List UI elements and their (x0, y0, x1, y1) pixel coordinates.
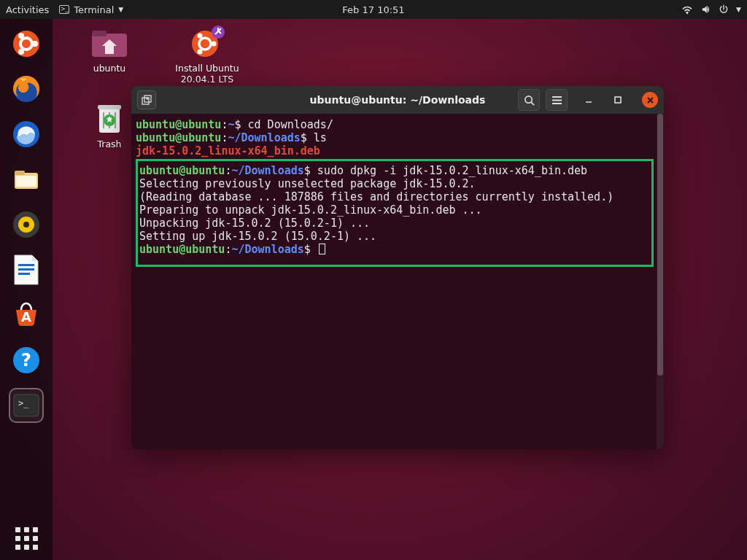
terminal-small-icon: >_ (59, 5, 69, 14)
dock-ubuntu-cof-icon[interactable] (9, 26, 44, 61)
svg-rect-31 (98, 105, 121, 109)
dock-files-icon[interactable] (9, 162, 44, 197)
dock-help-icon[interactable]: ? (9, 343, 44, 378)
svg-point-26 (212, 42, 217, 47)
dock-terminal-icon[interactable]: >_ (9, 388, 44, 423)
svg-point-35 (525, 96, 531, 102)
search-button[interactable] (518, 89, 540, 111)
svg-point-12 (23, 222, 29, 228)
dock-rhythmbox-icon[interactable] (9, 207, 44, 242)
chevron-down-icon: ▼ (118, 6, 123, 13)
minimize-button[interactable] (581, 92, 597, 108)
install-ubuntu-icon[interactable]: Install Ubuntu 20.04.1 LTS (163, 25, 251, 85)
power-icon (719, 4, 729, 15)
svg-rect-23 (105, 46, 114, 54)
svg-text:>_: >_ (18, 398, 29, 408)
svg-point-28 (198, 50, 203, 55)
svg-point-2 (32, 41, 38, 47)
home-folder-label: ubuntu (66, 63, 153, 74)
svg-point-3 (18, 33, 24, 39)
install-ubuntu-label-2: 20.04.1 LTS (163, 74, 251, 85)
maximize-icon (614, 96, 622, 104)
dock-firefox-icon[interactable] (9, 71, 44, 106)
svg-point-4 (18, 49, 24, 55)
home-folder-icon[interactable]: ubuntu (66, 25, 153, 74)
close-button[interactable] (642, 92, 658, 108)
dock: A ? >_ (0, 19, 53, 560)
svg-rect-13 (18, 264, 34, 266)
svg-rect-15 (18, 273, 30, 275)
dock-software-center-icon[interactable]: A (9, 298, 44, 332)
clock[interactable]: Feb 17 10:51 (342, 4, 404, 15)
close-icon (646, 96, 654, 104)
scrollbar-thumb[interactable] (657, 114, 663, 376)
system-tray[interactable]: ▼ (681, 4, 741, 15)
desktop[interactable]: ubuntu Install Ubuntu 20.04.1 LTS Trash … (53, 19, 747, 560)
terminal-output: ubuntu@ubuntu:~$ cd Downloads/ ubuntu@ub… (131, 114, 664, 271)
highlighted-region: ubuntu@ubuntu:~/Downloads$ sudo dpkg -i … (136, 159, 654, 267)
new-tab-button[interactable] (137, 90, 156, 109)
svg-point-27 (198, 34, 203, 39)
svg-rect-8 (15, 171, 25, 175)
install-ubuntu-label-1: Install Ubuntu (163, 63, 251, 74)
svg-rect-22 (92, 31, 107, 36)
new-tab-icon (142, 95, 152, 105)
svg-rect-36 (615, 97, 621, 103)
terminal-title: ubuntu@ubuntu: ~/Downloads (310, 94, 486, 106)
chevron-down-icon: ▼ (736, 6, 741, 13)
dock-thunderbird-icon[interactable] (9, 117, 44, 152)
search-icon (524, 95, 535, 106)
top-bar: Activities >_ Terminal ▼ Feb 17 10:51 ▼ (0, 0, 747, 19)
app-menu[interactable]: >_ Terminal ▼ (59, 4, 123, 15)
app-menu-label: Terminal (74, 4, 114, 15)
hamburger-menu-button[interactable] (546, 89, 568, 111)
dock-libreoffice-writer-icon[interactable] (9, 252, 44, 287)
terminal-titlebar[interactable]: ubuntu@ubuntu: ~/Downloads (131, 86, 664, 114)
show-applications-button[interactable] (0, 527, 53, 550)
grid-icon (15, 527, 38, 550)
terminal-window: ubuntu@ubuntu: ~/Downloads ubuntu@ubuntu… (131, 86, 664, 449)
svg-text:?: ? (21, 350, 31, 370)
minimize-icon (584, 96, 593, 104)
svg-text:A: A (21, 309, 31, 324)
maximize-button[interactable] (610, 92, 626, 108)
cursor (319, 244, 325, 254)
hamburger-icon (551, 96, 562, 105)
svg-rect-14 (18, 268, 34, 271)
wifi-icon (681, 4, 693, 15)
scrollbar[interactable] (657, 114, 664, 449)
activities-button[interactable]: Activities (6, 4, 49, 15)
terminal-body[interactable]: ubuntu@ubuntu:~$ cd Downloads/ ubuntu@ub… (131, 114, 664, 449)
volume-icon (700, 4, 711, 15)
svg-rect-9 (16, 176, 36, 187)
